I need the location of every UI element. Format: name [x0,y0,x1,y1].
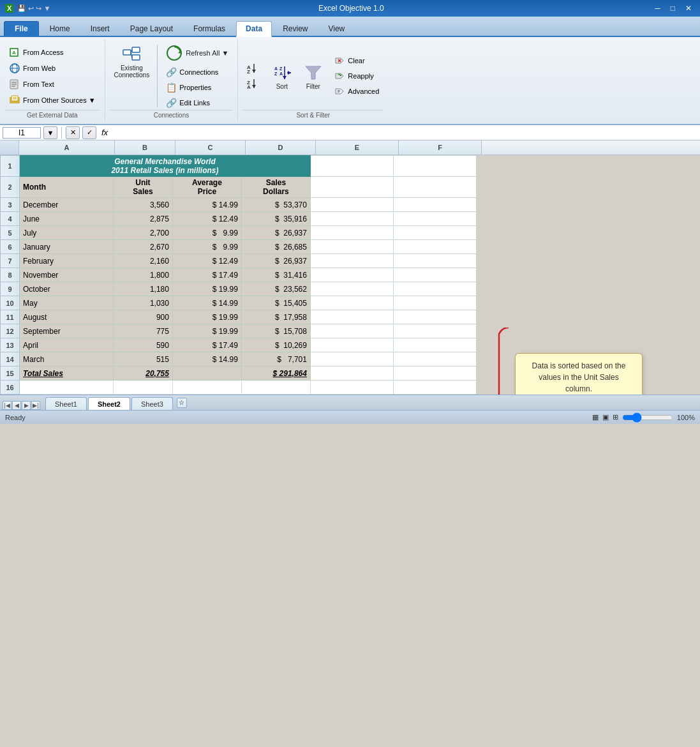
view-normal-icon[interactable]: ▦ [592,413,599,421]
cell-f11[interactable] [393,310,476,324]
sheet-nav-last[interactable]: ▶| [31,401,40,410]
sheet-nav-prev[interactable]: ◀ [12,401,21,410]
cell-c5[interactable]: $ 9.99 [172,226,241,240]
sort-button[interactable]: A Z Z A Sort [267,61,296,92]
cell-e15[interactable] [310,366,393,381]
cell-reference-box[interactable]: I1 [3,127,41,139]
connections-button[interactable]: 🔗 Connections [161,65,232,79]
cell-c10[interactable]: $ 14.99 [172,296,241,310]
clear-button[interactable]: Clear [330,54,383,68]
tab-page-layout[interactable]: Page Layout [121,21,182,36]
cell-e11[interactable] [310,310,393,324]
cell-a3[interactable]: December [20,198,114,212]
cell-c16[interactable] [172,381,241,395]
cell-c6[interactable]: $ 9.99 [172,240,241,254]
cell-c8[interactable]: $ 17.49 [172,268,241,282]
cell-e16[interactable] [310,381,393,395]
edit-links-button[interactable]: 🔗 Edit Links [161,96,232,110]
cell-e2[interactable] [310,177,393,198]
cell-b16[interactable] [113,381,172,395]
cell-d13[interactable]: $ 10,269 [241,338,310,352]
cell-a5[interactable]: July [20,226,114,240]
sort-za-button[interactable]: Z A [243,77,265,91]
cell-a4[interactable]: June [20,212,114,226]
cell-f8[interactable] [393,268,476,282]
from-text-button[interactable]: From Text [5,77,100,91]
cell-c11[interactable]: $ 19.99 [172,310,241,324]
cell-f16[interactable] [393,381,476,395]
cell-a10[interactable]: May [20,296,114,310]
cell-e13[interactable] [310,338,393,352]
refresh-all-button[interactable]: Refresh All ▼ [161,42,232,64]
cell-f6[interactable] [393,240,476,254]
cell-a12[interactable]: September [20,324,114,338]
cell-d9[interactable]: $ 23,562 [241,282,310,296]
tab-sheet2[interactable]: Sheet2 [88,397,130,410]
advanced-button[interactable]: Advanced [330,84,383,98]
cell-e4[interactable] [310,212,393,226]
cell-c13[interactable]: $ 17.49 [172,338,241,352]
cell-e5[interactable] [310,226,393,240]
cell-a9[interactable]: October [20,282,114,296]
tab-formulas[interactable]: Formulas [184,21,235,36]
tab-review[interactable]: Review [273,21,317,36]
tab-sheet3[interactable]: Sheet3 [131,397,173,410]
minimize-btn[interactable]: ─ [652,4,664,13]
cell-c14[interactable]: $ 14.99 [172,352,241,366]
from-other-sources-button[interactable]: From Other Sources ▼ [5,93,100,107]
window-controls[interactable]: ─ □ ✕ [652,4,695,13]
cell-c12[interactable]: $ 19.99 [172,324,241,338]
cell-b6[interactable]: 2,670 [113,240,172,254]
view-layout-icon[interactable]: ▣ [602,413,609,421]
cell-e1[interactable] [310,156,393,177]
cell-b7[interactable]: 2,160 [113,254,172,268]
cell-d8[interactable]: $ 31,416 [241,268,310,282]
tab-insert[interactable]: Insert [81,21,119,36]
cell-b5[interactable]: 2,700 [113,226,172,240]
cell-d12[interactable]: $ 15,708 [241,324,310,338]
cell-e3[interactable] [310,198,393,212]
tab-home[interactable]: Home [40,21,80,36]
cell-e6[interactable] [310,240,393,254]
from-access-button[interactable]: A From Access [5,45,100,59]
cell-f14[interactable] [393,352,476,366]
tab-data[interactable]: Data [236,21,272,37]
view-pagebreak-icon[interactable]: ⊞ [613,413,618,421]
insert-sheet-btn[interactable]: ☆ [177,398,187,408]
cell-b12[interactable]: 775 [113,324,172,338]
header-sales-dollars[interactable]: SalesDollars [241,177,310,198]
cell-f2[interactable] [393,177,476,198]
cell-f12[interactable] [393,324,476,338]
sheet-nav-next[interactable]: ▶ [22,401,31,410]
sheet-nav-first[interactable]: |◀ [3,401,11,410]
cell-b15-total[interactable]: 20,755 [113,366,172,381]
cell-d14[interactable]: $ 7,701 [241,352,310,366]
accept-formula-btn[interactable]: ✓ [82,126,96,139]
formula-input[interactable] [113,128,697,137]
cell-b14[interactable]: 515 [113,352,172,366]
cell-f1[interactable] [393,156,476,177]
col-header-a[interactable]: A [19,140,115,155]
cell-c15[interactable] [172,366,241,381]
header-unit-sales[interactable]: UnitSales [113,177,172,198]
header-month[interactable]: Month [20,177,114,198]
cell-b4[interactable]: 2,875 [113,212,172,226]
cell-d16[interactable] [241,381,310,395]
tab-file[interactable]: File [4,21,39,36]
cell-d11[interactable]: $ 17,958 [241,310,310,324]
cell-e12[interactable] [310,324,393,338]
cell-a7[interactable]: February [20,254,114,268]
cell-e10[interactable] [310,296,393,310]
cell-a15-total[interactable]: Total Sales [20,366,114,381]
cell-d10[interactable]: $ 15,405 [241,296,310,310]
cell-d4[interactable]: $ 35,916 [241,212,310,226]
cell-b9[interactable]: 1,180 [113,282,172,296]
cell-e9[interactable] [310,282,393,296]
cell-c7[interactable]: $ 12.49 [172,254,241,268]
cell-f3[interactable] [393,198,476,212]
col-header-f[interactable]: F [399,140,482,155]
cell-b10[interactable]: 1,030 [113,296,172,310]
properties-button[interactable]: 📋 Properties [161,80,232,94]
col-header-b[interactable]: B [115,140,175,155]
existing-connections-button[interactable]: ExistingConnections [110,42,154,80]
